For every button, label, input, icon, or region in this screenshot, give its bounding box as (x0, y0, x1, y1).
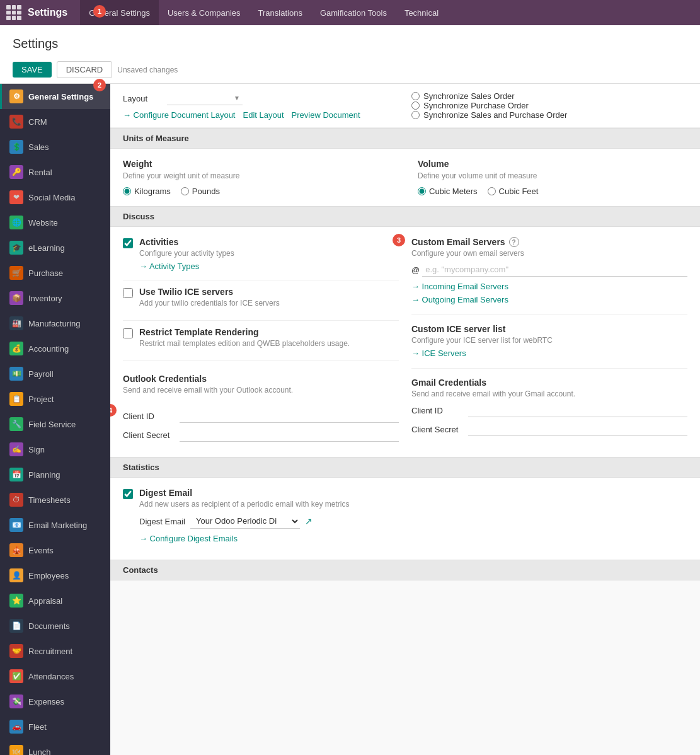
template-checkbox[interactable] (123, 328, 133, 338)
save-button[interactable]: SAVE (13, 62, 52, 78)
discard-button[interactable]: DISCARD (57, 61, 113, 78)
sync-radio-group: Synchronize Sales Order Synchronize Purc… (411, 91, 687, 120)
sidebar-item-documents[interactable]: 📄 Documents (0, 613, 110, 638)
volume-cubic-feet-option[interactable]: Cubic Feet (488, 187, 539, 196)
activities-content: Activities Configure your activity types… (139, 237, 380, 271)
outlook-client-secret-input[interactable] (180, 428, 399, 442)
sync-sales-order[interactable]: Synchronize Sales Order (411, 91, 687, 101)
incoming-email-servers-link[interactable]: → Incoming Email Servers (411, 282, 508, 291)
sidebar-label-social-media: Social Media (28, 193, 75, 202)
sidebar-item-expenses[interactable]: 💸 Expenses (0, 689, 110, 714)
sidebar-label-lunch: Lunch (28, 747, 50, 756)
preview-document-link[interactable]: Preview Document (292, 110, 360, 120)
outlook-client-id-input[interactable] (180, 409, 399, 423)
sidebar-item-manufacturing[interactable]: 🏭 Manufacturing (0, 311, 110, 336)
right-divider-1 (411, 314, 687, 315)
gmail-client-id-input[interactable] (468, 403, 687, 417)
sync-sales-order-radio[interactable] (411, 92, 420, 100)
alias-at-symbol: @ (411, 265, 420, 275)
project-icon: 📋 (9, 392, 23, 406)
volume-cubic-meters-radio[interactable] (418, 187, 426, 195)
sidebar-item-crm[interactable]: 📞 CRM (0, 109, 110, 134)
volume-cubic-meters-option[interactable]: Cubic Meters (418, 187, 478, 196)
menu-translations[interactable]: Translations (250, 0, 311, 25)
sidebar-item-field-service[interactable]: 🔧 Field Service (0, 412, 110, 437)
app-grid-icon[interactable] (6, 5, 21, 20)
sales-icon: 💲 (9, 140, 23, 154)
sync-purchase-order-radio[interactable] (411, 101, 420, 110)
digest-email-select[interactable]: Your Odoo Periodic Di (190, 514, 300, 529)
weight-pounds-radio[interactable] (181, 187, 189, 195)
sidebar-label-crm: CRM (28, 117, 47, 127)
ice-servers-link[interactable]: → ICE Servers (411, 349, 466, 358)
sidebar-item-sign[interactable]: ✍ Sign (0, 437, 110, 462)
weight-pounds-label: Pounds (192, 187, 220, 196)
weight-pounds-option[interactable]: Pounds (181, 187, 220, 196)
custom-email-help-icon[interactable]: ? (509, 237, 519, 247)
digest-email-checkbox[interactable] (123, 489, 133, 499)
outgoing-email-servers-link[interactable]: → Outgoing Email Servers (411, 295, 508, 304)
gmail-client-secret-input[interactable] (468, 422, 687, 436)
outlook-client-secret-label: Client Secret (123, 430, 173, 440)
menu-users-companies[interactable]: Users & Companies (159, 0, 250, 25)
weight-kilograms-radio[interactable] (123, 187, 131, 195)
menu-technical[interactable]: Technical (396, 0, 447, 25)
configure-digest-emails-link[interactable]: → Configure Digest Emails (139, 534, 238, 543)
weight-kilograms-option[interactable]: Kilograms (123, 187, 171, 196)
gmail-client-id-field: Client ID (411, 403, 687, 417)
sidebar-item-attendances[interactable]: ✅ Attendances (0, 664, 110, 689)
sidebar-item-sales[interactable]: 💲 Sales (0, 134, 110, 159)
sync-sales-purchase-radio[interactable] (411, 111, 420, 119)
sidebar-label-fleet: Fleet (28, 722, 47, 732)
menu-general-settings[interactable]: General Settings (80, 0, 159, 25)
layout-area: Layout ▼ → Configure Document Layout Edi… (123, 91, 399, 120)
page-title: Settings (13, 32, 687, 56)
sidebar-item-email-marketing[interactable]: 📧 Email Marketing (0, 512, 110, 538)
sidebar-item-project[interactable]: 📋 Project (0, 386, 110, 412)
sync-purchase-order[interactable]: Synchronize Purchase Order (411, 101, 687, 110)
sidebar-item-employees[interactable]: 👤 Employees (0, 563, 110, 588)
sidebar-item-accounting[interactable]: 💰 Accounting (0, 336, 110, 361)
sidebar-item-social-media[interactable]: ❤ Social Media (0, 185, 110, 210)
sidebar-item-fleet[interactable]: 🚗 Fleet (0, 714, 110, 739)
sidebar-label-rental: Rental (28, 168, 52, 177)
activity-types-link[interactable]: → Activity Types (139, 262, 199, 271)
contacts-section-header: Contacts (110, 560, 700, 580)
sidebar-item-appraisal[interactable]: ⭐ Appraisal (0, 588, 110, 613)
menu-gamification[interactable]: Gamification Tools (311, 0, 396, 25)
sidebar-label-attendances: Attendances (28, 672, 74, 681)
sidebar-item-timesheets[interactable]: ⏱ Timesheets (0, 487, 110, 512)
sidebar-item-lunch[interactable]: 🍽 Lunch (0, 739, 110, 755)
divider-3 (123, 360, 399, 361)
sidebar-item-elearning[interactable]: 🎓 eLearning (0, 235, 110, 260)
activities-checkbox[interactable] (123, 238, 133, 248)
outlook-desc: Send and receive email with your Outlook… (123, 386, 399, 395)
gmail-client-secret-field: Client Secret (411, 422, 687, 436)
sidebar-item-events[interactable]: 🎪 Events (0, 538, 110, 563)
sidebar-item-rental[interactable]: 🔑 Rental (0, 159, 110, 185)
sidebar-item-inventory[interactable]: 📦 Inventory (0, 285, 110, 311)
sidebar-label-general-settings: General Settings (28, 92, 93, 101)
template-block: Restrict Template Rendering Restrict mai… (123, 327, 399, 352)
alias-domain-input[interactable] (422, 263, 687, 277)
sidebar-label-timesheets: Timesheets (28, 495, 71, 505)
edit-layout-link[interactable]: Edit Layout (243, 110, 284, 120)
weight-kilograms-label: Kilograms (134, 187, 171, 196)
sidebar-item-purchase[interactable]: 🛒 Purchase (0, 260, 110, 285)
volume-cubic-feet-radio[interactable] (488, 187, 496, 195)
sync-sales-purchase-order[interactable]: Synchronize Sales and Purchase Order (411, 110, 687, 120)
page-actions: SAVE DISCARD Unsaved changes (13, 56, 687, 83)
sidebar-label-accounting: Accounting (28, 344, 69, 354)
sidebar-item-website[interactable]: 🌐 Website (0, 210, 110, 235)
top-menu: General Settings Users & Companies Trans… (80, 0, 447, 25)
sidebar-item-planning[interactable]: 📅 Planning (0, 462, 110, 487)
sidebar-item-payroll[interactable]: 💵 Payroll (0, 361, 110, 386)
accounting-icon: 💰 (9, 342, 23, 355)
sidebar-label-project: Project (28, 395, 54, 404)
sync-purchase-order-label: Synchronize Purchase Order (423, 101, 529, 110)
sidebar-item-recruitment[interactable]: 🤝 Recruitment (0, 638, 110, 664)
twilio-checkbox[interactable] (123, 288, 133, 298)
configure-document-layout-link[interactable]: → Configure Document Layout (123, 110, 235, 120)
digest-external-link-icon[interactable]: ↗ (305, 516, 313, 526)
layout-select[interactable] (167, 91, 243, 105)
